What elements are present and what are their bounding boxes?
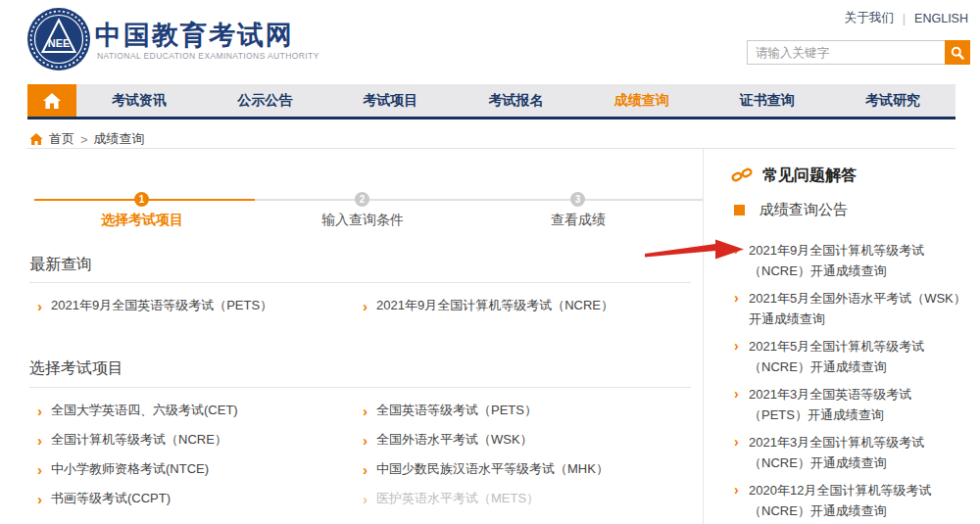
announcement-item[interactable]: › 2020年12月全国计算机等级考试（NCRE）开通成绩查询 xyxy=(734,480,969,521)
breadcrumb-separator: > xyxy=(80,132,88,147)
breadcrumb: 首页 > 成绩查询 xyxy=(29,130,145,148)
latest-link-ncre[interactable]: › 2021年9月全国计算机等级考试（NCRE） xyxy=(363,297,613,314)
search-button[interactable] xyxy=(945,40,970,65)
chevron-icon: › xyxy=(363,300,368,312)
nav-item-exam-registration[interactable]: 考试报名 xyxy=(453,84,578,117)
exam-link-label: 中小学教师资格考试(NTCE) xyxy=(51,460,209,478)
chevron-icon: › xyxy=(37,405,42,417)
step-progress-line xyxy=(255,199,703,201)
exam-link-label: 医护英语水平考试（METS） xyxy=(376,490,539,507)
latest-link-label: 2021年9月全国英语等级考试（PETS） xyxy=(51,297,272,314)
announcement-item[interactable]: › 2021年5月全国计算机等级考试（NCRE）开通成绩查询 xyxy=(734,336,969,377)
chevron-icon: › xyxy=(37,463,42,476)
announcement-list: › 2021年9月全国计算机等级考试（NCRE）开通成绩查询 › 2021年5月… xyxy=(734,240,969,524)
score-notice-label: 成绩查询公告 xyxy=(760,201,848,219)
latest-link-pets[interactable]: › 2021年9月全国英语等级考试（PETS） xyxy=(37,297,363,314)
step-2-label: 输入查询条件 xyxy=(284,212,441,229)
exam-link-wsk[interactable]: › 全国外语水平考试（WSK） xyxy=(363,431,609,449)
search-input[interactable] xyxy=(747,40,970,65)
breadcrumb-home-link[interactable]: 首页 xyxy=(49,130,74,148)
exam-link-label: 书画等级考试(CCPT) xyxy=(51,490,171,507)
step-3-label: 查看成绩 xyxy=(500,212,657,229)
chain-link-icon xyxy=(731,167,753,184)
breadcrumb-home-icon xyxy=(29,133,43,145)
exam-link-label: 全国大学英语四、六级考试(CET) xyxy=(51,402,238,419)
page: NEE 中国教育考试网 NATIONAL EDUCATION EXAMINATI… xyxy=(0,0,980,524)
exam-link-cet[interactable]: › 全国大学英语四、六级考试(CET) xyxy=(37,402,363,419)
exam-link-ncre[interactable]: › 全国计算机等级考试（NCRE） xyxy=(37,431,363,449)
latest-links: › 2021年9月全国英语等级考试（PETS） › 2021年9月全国计算机等级… xyxy=(37,297,613,314)
announcement-item[interactable]: › 2021年3月全国计算机等级考试（NCRE）开通成绩查询 xyxy=(734,432,969,473)
english-link[interactable]: ENGLISH xyxy=(914,12,968,25)
latest-section-title: 最新查询 xyxy=(29,255,92,275)
exam-links-grid: › 全国大学英语四、六级考试(CET) › 全国英语等级考试（PETS） › 全… xyxy=(37,396,609,513)
nav-item-exam-programs[interactable]: 考试项目 xyxy=(327,84,453,117)
faq-heading[interactable]: 常见问题解答 xyxy=(731,166,857,186)
neea-emblem-icon[interactable]: NEE xyxy=(27,8,90,71)
announcement-label: 2021年9月全国计算机等级考试（NCRE）开通成绩查询 xyxy=(749,240,969,281)
select-exam-section-rule xyxy=(29,387,691,388)
square-bullet-icon xyxy=(734,205,745,215)
header-top-links: 关于我们 | ENGLISH xyxy=(845,10,968,26)
chevron-icon: › xyxy=(37,493,42,505)
select-exam-section-title: 选择考试项目 xyxy=(29,358,123,379)
main-nav: 考试资讯 公示公告 考试项目 考试报名 成绩查询 证书查询 考试研究 xyxy=(27,84,956,119)
nav-home-button[interactable] xyxy=(27,84,76,117)
announcement-label: 2021年5月全国计算机等级考试（NCRE）开通成绩查询 xyxy=(749,336,969,377)
exam-link-label: 全国外语水平考试（WSK） xyxy=(376,431,533,449)
exam-link-label: 中国少数民族汉语水平等级考试（MHK） xyxy=(376,460,609,478)
nav-item-public-announcements[interactable]: 公示公告 xyxy=(202,84,327,117)
nav-item-exam-research[interactable]: 考试研究 xyxy=(830,84,956,117)
nav-item-exam-info[interactable]: 考试资讯 xyxy=(76,84,202,117)
chevron-icon: › xyxy=(734,336,749,377)
nav-item-certificate-query[interactable]: 证书查询 xyxy=(705,84,830,117)
exam-link-label: 全国计算机等级考试（NCRE） xyxy=(51,431,227,449)
nav-item-score-query[interactable]: 成绩查询 xyxy=(579,84,705,117)
step-1-label: 选择考试项目 xyxy=(64,212,220,229)
announcement-label: 2021年3月全国计算机等级考试（NCRE）开通成绩查询 xyxy=(749,432,969,473)
top-links-separator: | xyxy=(903,12,906,25)
site-title: 中国教育考试网 xyxy=(95,18,294,53)
announcement-item[interactable]: › 2021年5月全国外语水平考试（WSK）开通成绩查询 xyxy=(734,288,969,329)
breadcrumb-current: 成绩查询 xyxy=(94,130,145,148)
exam-link-pets[interactable]: › 全国英语等级考试（PETS） xyxy=(363,402,609,419)
chevron-icon: › xyxy=(363,463,368,476)
nav-items: 考试资讯 公示公告 考试项目 考试报名 成绩查询 证书查询 考试研究 xyxy=(76,84,956,117)
exam-link-mets: › 医护英语水平考试（METS） xyxy=(363,490,609,507)
step-2-circle: 2 xyxy=(355,192,369,207)
exam-link-label: 全国英语等级考试（PETS） xyxy=(376,402,537,419)
faq-heading-label: 常见问题解答 xyxy=(762,166,857,186)
announcement-label: 2020年12月全国计算机等级考试（NCRE）开通成绩查询 xyxy=(749,480,969,521)
exam-link-ntce[interactable]: › 中小学教师资格考试(NTCE) xyxy=(37,460,363,478)
step-1-circle: 1 xyxy=(134,192,149,207)
chevron-icon: › xyxy=(734,288,749,329)
chevron-icon: › xyxy=(734,384,749,425)
chevron-icon: › xyxy=(734,432,749,473)
chevron-icon: › xyxy=(363,405,368,417)
announcement-item[interactable]: › 2021年9月全国计算机等级考试（NCRE）开通成绩查询 xyxy=(734,240,969,281)
announcement-item[interactable]: › 2021年3月全国英语等级考试（PETS）开通成绩查询 xyxy=(734,384,969,425)
chevron-icon: › xyxy=(734,480,749,521)
score-notice-heading[interactable]: 成绩查询公告 xyxy=(734,201,848,219)
search-icon xyxy=(951,46,964,60)
chevron-icon: › xyxy=(37,434,42,447)
latest-link-label: 2021年9月全国计算机等级考试（NCRE） xyxy=(376,297,613,314)
exam-link-ccpt[interactable]: › 书画等级考试(CCPT) xyxy=(37,490,363,507)
site-search xyxy=(747,40,970,65)
home-icon xyxy=(43,93,61,109)
announcement-label: 2021年5月全国外语水平考试（WSK）开通成绩查询 xyxy=(749,288,969,329)
exam-link-mhk[interactable]: › 中国少数民族汉语水平等级考试（MHK） xyxy=(363,460,609,478)
announcement-label: 2021年3月全国英语等级考试（PETS）开通成绩查询 xyxy=(749,384,969,425)
chevron-icon: › xyxy=(37,300,42,312)
chevron-icon: › xyxy=(363,434,368,447)
sidebar: 常见问题解答 成绩查询公告 › 2021年9月全国计算机等级考试（NCRE）开通… xyxy=(703,149,980,524)
svg-text:NEE: NEE xyxy=(48,37,71,49)
latest-section-rule xyxy=(29,282,691,283)
step-3-circle: 3 xyxy=(570,192,585,207)
site-subtitle: NATIONAL EDUCATION EXAMINATIONS AUTHORIT… xyxy=(97,51,319,61)
about-us-link[interactable]: 关于我们 xyxy=(845,10,894,26)
red-pointer-arrow xyxy=(645,238,745,263)
chevron-icon: › xyxy=(363,493,368,505)
